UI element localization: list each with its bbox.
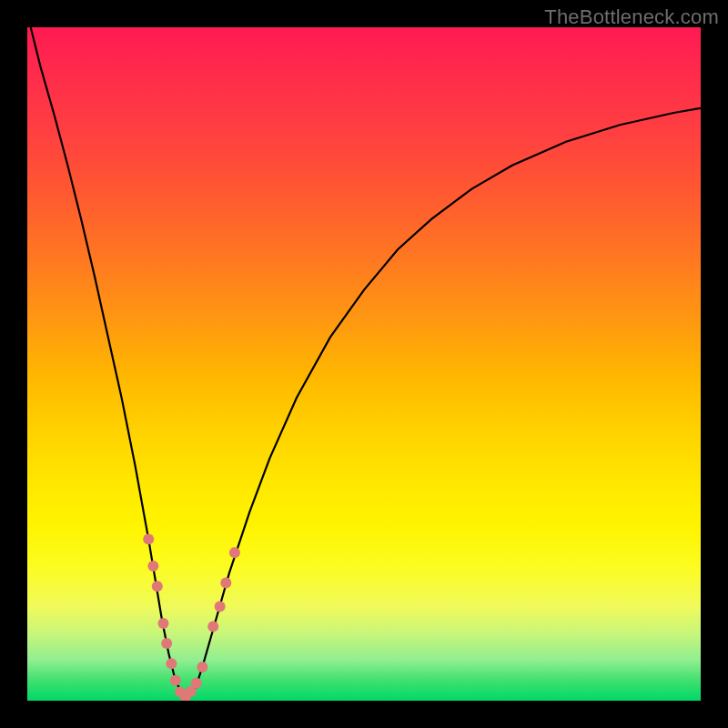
marker-dot xyxy=(215,601,226,612)
marker-dot xyxy=(207,622,218,632)
plot-area xyxy=(27,27,701,701)
bottleneck-curve xyxy=(31,27,701,697)
marker-dot xyxy=(197,662,207,672)
marker-dot xyxy=(161,638,172,649)
watermark-text: TheBottleneck.com xyxy=(544,5,719,29)
marker-dot xyxy=(157,618,168,629)
marker-dot xyxy=(170,675,181,686)
marker-dot xyxy=(166,658,177,669)
marker-dot xyxy=(229,547,240,558)
marker-dot xyxy=(191,678,202,689)
chart-frame: TheBottleneck.com xyxy=(0,0,728,728)
marker-dot xyxy=(147,561,158,571)
marker-dot xyxy=(220,578,231,589)
chart-svg xyxy=(27,27,701,701)
marker-dot xyxy=(143,533,154,544)
marker-group xyxy=(143,533,240,701)
marker-dot xyxy=(152,581,163,592)
